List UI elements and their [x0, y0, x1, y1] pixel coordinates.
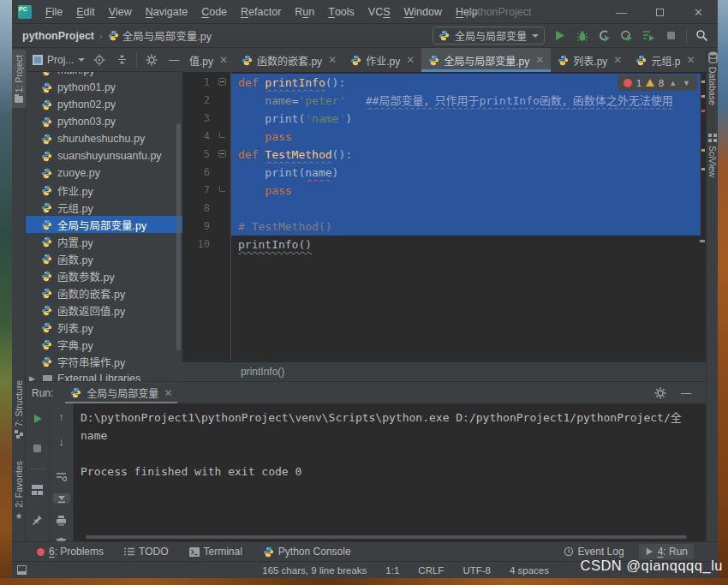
chevron-right-icon[interactable]: ▶ — [29, 374, 38, 381]
toolwindow-button-terminal[interactable]: Terminal — [183, 544, 248, 559]
scroll-to-end-button[interactable] — [53, 493, 70, 504]
tree-item-file[interactable]: 函数返回值.py — [26, 301, 182, 319]
editor-code-area[interactable]: def printInfo(): name='peter' ##局部变量，只作用… — [231, 72, 701, 361]
code-line[interactable]: pass — [231, 128, 701, 146]
tree-item-external-libraries[interactable]: ▶External Libraries — [26, 370, 182, 381]
tree-item-file[interactable]: 函数的嵌套.py — [26, 284, 182, 301]
editor-tab[interactable]: 元组.p✕ — [629, 48, 701, 72]
file-encoding[interactable]: UTF-8 — [462, 565, 491, 576]
prev-issue-chevron-icon[interactable]: ▲ — [668, 79, 677, 87]
inspection-widget[interactable]: 1 8 ▲ ▼ — [618, 75, 697, 91]
code-line[interactable]: # TestMethod() — [231, 218, 701, 236]
toolwindow-sciview-button[interactable]: SciView — [707, 134, 719, 177]
toolwindow-project-button[interactable]: 1: Project — [12, 50, 26, 108]
tree-item-file[interactable]: 函数.py — [26, 250, 182, 267]
menu-refactor[interactable]: Refactor — [234, 0, 288, 23]
close-icon[interactable]: ✕ — [686, 54, 695, 66]
search-everywhere-icon[interactable] — [695, 28, 709, 43]
console-horizontal-scrollbar[interactable] — [86, 535, 687, 539]
code-line[interactable]: printInfo() — [231, 236, 701, 254]
menu-vcs[interactable]: VCS — [361, 0, 397, 23]
project-view-select[interactable]: Proj... — [33, 54, 85, 66]
stop-process-button[interactable] — [29, 439, 46, 457]
tree-scrollbar[interactable] — [176, 123, 181, 350]
breadcrumb-file[interactable]: 全局与局部变量.py — [122, 27, 212, 44]
menu-window[interactable]: Window — [397, 0, 449, 23]
toolwindow-structure-button[interactable]: 7: Structure — [12, 380, 26, 439]
menu-navigate[interactable]: Navigate — [139, 0, 194, 23]
tree-item-file[interactable]: 全局与局部变量.py — [26, 216, 182, 233]
close-icon[interactable]: ✕ — [406, 54, 415, 66]
close-icon[interactable]: ✕ — [613, 54, 622, 66]
tree-item-file[interactable]: 函数参数.py — [26, 267, 182, 284]
collapse-all-button[interactable] — [114, 52, 129, 68]
tree-item-file[interactable]: 字符串操作.py — [26, 353, 182, 370]
code-line[interactable]: def TestMethod(): — [231, 146, 701, 164]
breadcrumb-project[interactable]: pythonProject — [22, 30, 94, 42]
fold-marker-icon[interactable] — [219, 186, 225, 192]
stop-button[interactable] — [664, 28, 678, 43]
code-editor[interactable]: 12345678910 def printInfo(): name='peter… — [182, 72, 706, 361]
menu-code[interactable]: Code — [194, 0, 234, 23]
print-button[interactable] — [53, 516, 70, 526]
run-console[interactable]: D:\pythonProject1\pythonProject\venv\Scr… — [74, 403, 706, 541]
prev-occurrence-button[interactable]: ↑ — [53, 410, 70, 423]
menu-tools[interactable]: Tools — [321, 0, 361, 23]
settings-gear-icon[interactable] — [653, 385, 668, 401]
editor-tab[interactable]: 函数的嵌套.py✕ — [235, 48, 343, 72]
toolwindow-button-todo[interactable]: TODO — [118, 544, 174, 559]
fold-marker-icon[interactable] — [219, 132, 225, 138]
indent-setting[interactable]: 4 spaces — [510, 565, 549, 576]
code-line[interactable]: print('name') — [231, 110, 701, 128]
toolwindow-button-6-problems[interactable]: 6: Problems — [31, 544, 110, 559]
tree-item-file[interactable]: 元组.py — [26, 199, 182, 216]
run-configuration-select[interactable]: 全局与局部变量 — [433, 27, 545, 45]
code-line[interactable]: print(name) — [231, 164, 701, 182]
hide-panel-button[interactable]: — — [678, 385, 694, 401]
tree-item-file[interactable]: python02.py — [26, 96, 182, 113]
error-stripe[interactable] — [701, 72, 706, 361]
code-line[interactable] — [231, 200, 701, 218]
minimize-button[interactable]: — — [602, 0, 641, 24]
editor-tab[interactable]: 全局与局部变量.py✕ — [421, 48, 551, 72]
maximize-button[interactable] — [641, 0, 679, 24]
tree-item-file[interactable]: python01.py — [26, 79, 182, 96]
coverage-button[interactable] — [619, 28, 634, 43]
toolwindow-favorites-button[interactable]: 2: Favorites ★ — [12, 461, 26, 521]
close-icon[interactable]: ✕ — [164, 387, 172, 399]
fold-marker-icon[interactable] — [218, 78, 226, 86]
restore-layout-button[interactable] — [29, 481, 46, 498]
close-icon[interactable]: ✕ — [535, 54, 544, 66]
intention-bulb-icon[interactable] — [218, 95, 227, 106]
tree-item-file[interactable]: python03.py — [26, 113, 182, 130]
settings-gear-icon[interactable] — [144, 52, 159, 68]
debug-button[interactable] — [575, 28, 589, 43]
close-icon[interactable]: ✕ — [219, 54, 228, 66]
tree-item-file[interactable]: 列表.py — [26, 319, 182, 336]
next-occurrence-button[interactable]: ↓ — [53, 435, 70, 448]
hide-panel-button[interactable]: — — [166, 52, 182, 68]
menu-file[interactable]: File — [39, 0, 69, 23]
tree-item-file[interactable]: shuruheshuchu.py — [26, 130, 182, 147]
pin-tab-button[interactable] — [29, 510, 46, 528]
rerun-button[interactable] — [29, 410, 46, 427]
editor-tab[interactable]: 作业.py✕ — [343, 48, 421, 72]
toolwindow-toggle-icon[interactable] — [17, 565, 27, 575]
tree-item-file[interactable]: 作业.py — [26, 182, 182, 199]
menu-run[interactable]: Run — [288, 0, 321, 23]
tree-item-file[interactable]: 内置.py — [26, 233, 182, 250]
tree-item-file[interactable]: zuoye.py — [26, 164, 182, 182]
line-ending[interactable]: CRLF — [418, 565, 444, 576]
tree-item-file[interactable]: 字典.py — [26, 336, 182, 353]
locate-file-button[interactable] — [92, 52, 107, 68]
toolwindow-button-python-console[interactable]: Python Console — [257, 544, 357, 559]
menu-edit[interactable]: Edit — [69, 0, 102, 23]
run-tab[interactable]: 全局与局部变量 ✕ — [65, 382, 177, 403]
editor-tab[interactable]: 值.py✕ — [182, 48, 235, 72]
fold-marker-icon[interactable] — [218, 150, 226, 158]
code-line[interactable]: name='peter' ##局部变量，只作用于printInfo函数，函数体之… — [231, 92, 701, 110]
close-button[interactable]: ✕ — [679, 0, 718, 24]
editor-tab[interactable]: 列表.py✕ — [551, 48, 629, 72]
profiler-button[interactable] — [597, 28, 612, 43]
close-icon[interactable]: ✕ — [328, 54, 337, 66]
